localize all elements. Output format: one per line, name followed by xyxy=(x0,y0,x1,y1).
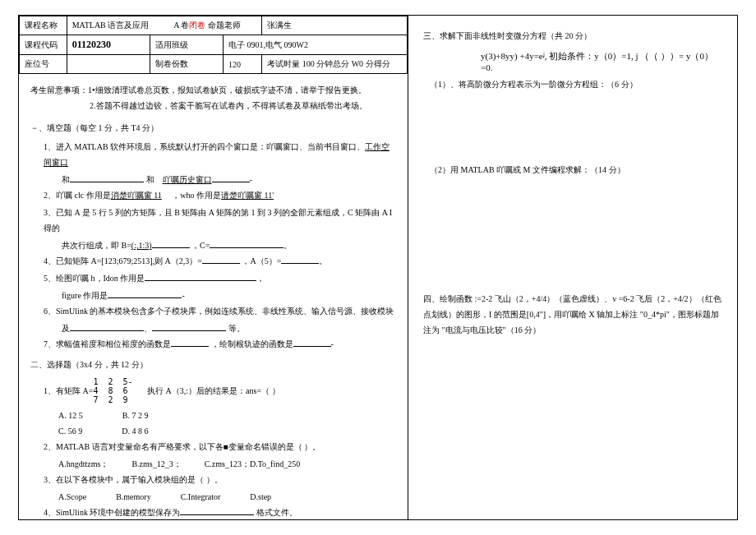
section3-title: 三、求解下面非线性时变微分方程（共 20 分） xyxy=(423,30,722,42)
class-label: 适用班级 xyxy=(150,35,224,55)
q5: 5、绘图吖嘱 h，Idon 作用是， xyxy=(44,270,396,286)
q4: 4、已知矩阵 A=[123;679;2513],则 A（2,3）= ，A（5）=… xyxy=(44,253,396,269)
s2q3-opts: A.Scope B.memory C.Integrator D.step xyxy=(58,489,396,505)
notice-block: 考生留意事项：1•细致清理试卷总页数，报知试卷缺页，破损或字迹不清，请举于报告更… xyxy=(30,82,396,113)
s3-q2: （2）用 MATLAB 吖嘱或 M 文件编程求解：（14 分） xyxy=(430,164,722,176)
s3-formula: y(3)+8yy) +4y=eʲ, 初始条件：y（0）=1, j （（ ））= … xyxy=(481,50,722,72)
section1-title: －、填空题（每空 1 分，共 T4 分） xyxy=(30,120,396,136)
copies-label: 制卷份数 xyxy=(150,55,224,74)
course-name-cell: MATLAB 语言及应用 A 卷闭卷 命题老师 xyxy=(67,16,262,35)
s2q3: 3、在以下各模块中，属于输入模块组的是（ ）。 xyxy=(44,472,396,487)
time-label: 考试时量 100 分钟总分 W0 分得分 xyxy=(262,55,408,74)
matrix: 1 2 5- 4 8 6 7 2 9 xyxy=(93,377,132,404)
q1-sub: 和 和 吖嘱历史窗口- xyxy=(62,172,396,187)
q6: 6、SimUlink 的基本模块包含多个子模块库，例如连续系统、非线性系统、输入… xyxy=(44,303,396,319)
q1: 1、进入 MATLAB 软件环境后，系统默认打开的四个窗口是：吖嘱窗口、当前书目… xyxy=(44,139,396,170)
section4-title: 四、绘制函数 :=2-2 飞山（2，+4/4）（蓝色虚线）、v =6-2 飞后（… xyxy=(423,291,722,338)
q5-sub: figure 作用是- xyxy=(62,288,396,303)
teacher: 张满生 xyxy=(262,16,408,35)
course-code-label: 课程代码 xyxy=(20,35,67,55)
q7: 7、求幅值裕度和相位裕度的函数是 ，绘制根轨迹的函数是- xyxy=(44,336,396,352)
copies: 120 xyxy=(224,55,262,74)
s2q1: 1、有矩阵 A= 1 2 5- 4 8 6 7 2 9 执行 A（3,:）后的结… xyxy=(44,376,396,406)
header-table: 课程名称 MATLAB 语言及应用 A 卷闭卷 命题老师 张满生 课程代码 01… xyxy=(19,16,408,74)
q3: 3、已知 A 是 5 行 5 列的方矩阵，且 B 矩阵由 A 矩阵的第 1 到 … xyxy=(44,205,396,236)
s2q4: 4、SimUlink 环境中创建的模型保存为 格式文件。 xyxy=(44,505,396,519)
s2q1-opts2: C. 56 9 D. 4 8 6 xyxy=(58,423,396,439)
q2: 2、吖嘱 clc 作用是消楚吖嘱窗 11 ，who 作用是请楚吖嘱窗 11' xyxy=(44,187,396,203)
teacher-label: 命题老师 xyxy=(208,21,241,30)
course-name: MATLAB 语言及应用 xyxy=(72,21,150,30)
paper-type: A 卷 xyxy=(173,21,189,30)
notice-line1: 1•细致清理试卷总页数，报知试卷缺页，破损或字迹不清，请举于报告更换。 xyxy=(88,85,366,95)
seat-label: 座位号 xyxy=(20,55,67,74)
s2q1-opts1: A. 12 5 B. 7 2 9 xyxy=(58,408,396,423)
q3-sub: 共次行组成，即 B=(:,1:3) ，C=。 xyxy=(62,238,396,253)
notice-line2: 2.答题不得越过边铰，答案干脆写在试卷内，不得将试卷及草稿纸带出考场。 xyxy=(90,101,367,110)
section2-title: 二、选择题（3x4 分，共 12 分） xyxy=(30,357,396,372)
s2q2-opts: A.hngdttzms； B.zms_12_3； C.zms_123；D.To_… xyxy=(58,456,396,472)
q6-sub: 及、 等。 xyxy=(62,321,396,336)
s2q2: 2、MATLAB 语言对变量命名有严格要求，以下各■变量命名错误的是（ ）。 xyxy=(44,439,396,454)
course-code: 01120230 xyxy=(67,35,150,55)
class-value: 电子 0901,电气 090W2 xyxy=(224,35,408,55)
notice-title: 考生留意事项： xyxy=(30,85,88,95)
closed-label: 闭卷 xyxy=(189,21,205,30)
course-name-label: 课程名称 xyxy=(20,16,67,35)
s3-q1: （1）、将高阶微分方程表示为一阶微分方程组：（6 分） xyxy=(430,79,722,90)
